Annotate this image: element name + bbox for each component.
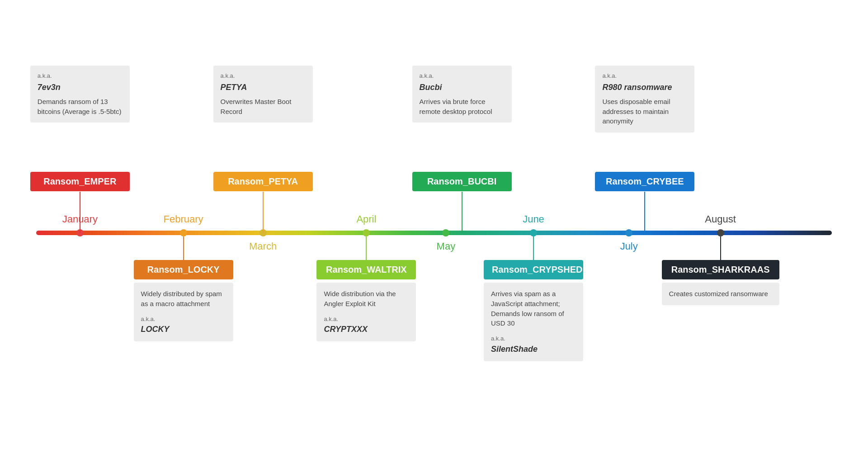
connector-below-ransom_waltrix (366, 236, 367, 260)
desc: Creates customized ransomware (669, 289, 772, 299)
month-label-may: May (437, 241, 456, 252)
card-ransom_sharkraas: Creates customized ransomware (662, 283, 779, 305)
card-ransom_locky: Widely distributed by spam as a macro at… (134, 283, 233, 341)
month-label-april: April (356, 213, 376, 225)
card-ransom_crybee: a.k.a. R980 ransomware Uses disposable e… (595, 66, 694, 132)
timeline-dot-june (530, 229, 537, 236)
desc: Arrives via spam as a JavaScript attachm… (491, 289, 576, 328)
badge-ransom_emper: Ransom_EMPER (30, 172, 130, 191)
timeline-dot-april (363, 229, 370, 236)
aka-label: a.k.a. (38, 72, 123, 80)
badge-ransom_waltrix: Ransom_WALTRIX (316, 260, 416, 279)
aka-name: Bucbi (420, 81, 505, 93)
badge-ransom_bucbi: Ransom_BUCBI (412, 172, 512, 191)
page-container: JanuaryFebruaryMarchAprilMayJuneJulyAugu… (0, 0, 868, 463)
badge-ransom_crybee: Ransom_CRYBEE (595, 172, 694, 191)
connector-below-ransom_crypshed (533, 236, 534, 260)
connector-above-ransom_bucbi (462, 192, 462, 233)
aka-label: a.k.a. (324, 315, 409, 324)
timeline-dot-february (180, 229, 187, 236)
aka-label: a.k.a. (491, 335, 576, 343)
card-ransom_waltrix: Wide distribution via the Angler Exploit… (316, 283, 416, 341)
month-label-july: July (620, 241, 638, 252)
aka-label: a.k.a. (221, 72, 306, 80)
aka-name: CRYPTXXX (324, 323, 409, 335)
connector-below-ransom_locky (183, 236, 184, 260)
timeline-bar (36, 231, 832, 235)
badge-ransom_locky: Ransom_LOCKY (134, 260, 233, 279)
month-label-february: February (164, 213, 203, 225)
badge-ransom_sharkraas: Ransom_SHARKRAAS (662, 260, 779, 279)
aka-name: PETYA (221, 81, 306, 93)
month-label-march: March (249, 241, 277, 252)
aka-name: SilentShade (491, 343, 576, 355)
timeline-dot-july (625, 229, 632, 236)
desc: Demands ransom of 13 bitcoins (Average i… (38, 97, 123, 117)
aka-label: a.k.a. (420, 72, 505, 80)
month-label-august: August (705, 213, 736, 225)
connector-below-ransom_sharkraas (720, 236, 721, 260)
desc: Widely distributed by spam as a macro at… (141, 289, 226, 309)
timeline-dot-may (442, 229, 449, 236)
connector-above-ransom_crybee (644, 192, 645, 233)
timeline-dot-august (717, 229, 724, 236)
desc: Uses disposable email addresses to maint… (602, 97, 687, 126)
card-ransom_emper: a.k.a. 7ev3n Demands ransom of 13 bitcoi… (30, 66, 130, 123)
aka-name: R980 ransomware (602, 81, 687, 93)
desc: Arrives via brute force remote desktop p… (420, 97, 505, 117)
card-ransom_petya: a.k.a. PETYA Overwrites Master Boot Reco… (213, 66, 313, 123)
desc: Wide distribution via the Angler Exploit… (324, 289, 409, 309)
connector-above-ransom_emper (80, 192, 80, 233)
aka-name: 7ev3n (38, 81, 123, 93)
card-ransom_bucbi: a.k.a. Bucbi Arrives via brute force rem… (412, 66, 512, 123)
aka-label: a.k.a. (141, 315, 226, 324)
card-ransom_crypshed: Arrives via spam as a JavaScript attachm… (484, 283, 583, 361)
connector-above-ransom_petya (263, 192, 264, 233)
badge-ransom_crypshed: Ransom_CRYPSHED (484, 260, 583, 279)
desc: Overwrites Master Boot Record (221, 97, 306, 117)
badge-ransom_petya: Ransom_PETYA (213, 172, 313, 191)
month-label-june: June (523, 213, 544, 225)
aka-label: a.k.a. (602, 72, 687, 80)
aka-name: LOCKY (141, 323, 226, 335)
